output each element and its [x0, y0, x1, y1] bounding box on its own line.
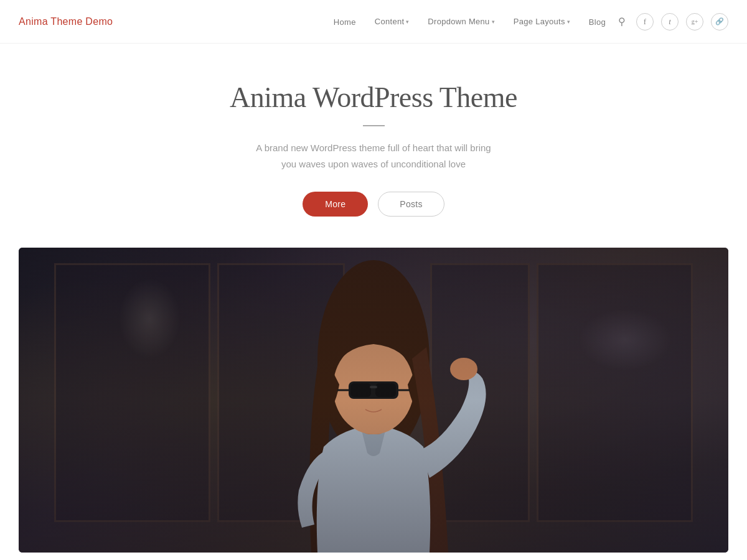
- nav-links: Home Content ▾ Dropdown Menu ▾ Page Layo…: [334, 16, 606, 27]
- chevron-down-icon: ▾: [492, 19, 495, 25]
- hero-title: Anima WordPress Theme: [12, 81, 735, 114]
- twitter-icon[interactable]: t: [661, 13, 679, 30]
- hero-image: [19, 248, 728, 553]
- more-button[interactable]: More: [303, 192, 368, 217]
- hero-buttons: More Posts: [12, 192, 735, 217]
- nav-item-blog[interactable]: Blog: [589, 16, 606, 27]
- facebook-icon[interactable]: f: [636, 13, 654, 30]
- google-plus-icon[interactable]: g+: [686, 13, 703, 30]
- posts-button[interactable]: Posts: [378, 192, 444, 217]
- nav-item-home[interactable]: Home: [334, 16, 356, 27]
- main-nav: Home Content ▾ Dropdown Menu ▾ Page Layo…: [334, 13, 728, 30]
- hero-section: Anima WordPress Theme A brand new WordPr…: [0, 44, 747, 248]
- image-overlay: [19, 248, 728, 553]
- link-icon[interactable]: 🔗: [711, 13, 728, 30]
- chevron-down-icon: ▾: [567, 19, 570, 25]
- hero-divider: [363, 125, 385, 126]
- social-icons: ⚲ f t g+ 🔗: [618, 13, 728, 30]
- chevron-down-icon: ▾: [406, 19, 409, 25]
- site-title[interactable]: Anima Theme Demo: [19, 16, 113, 27]
- site-header: Anima Theme Demo Home Content ▾ Dropdown…: [0, 0, 747, 44]
- nav-item-dropdown-menu[interactable]: Dropdown Menu ▾: [428, 17, 494, 26]
- search-icon[interactable]: ⚲: [618, 16, 626, 27]
- nav-item-page-layouts[interactable]: Page Layouts ▾: [514, 17, 570, 26]
- nav-item-content[interactable]: Content ▾: [375, 17, 410, 26]
- hero-subtitle: A brand new WordPress theme full of hear…: [12, 140, 735, 172]
